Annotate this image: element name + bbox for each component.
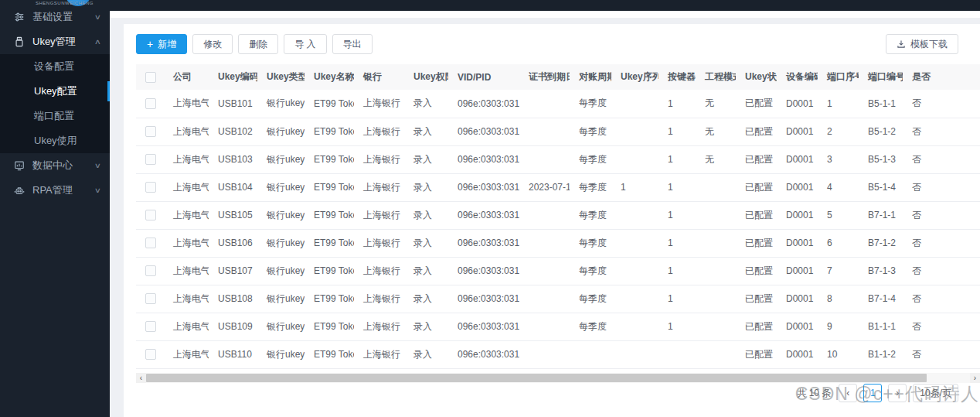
sidebar-item-rpa-management[interactable]: RPA管理 (0, 178, 110, 203)
table-cell: D0001 (777, 229, 818, 257)
scroll-left-arrow-icon[interactable]: ‹ (136, 373, 146, 383)
table-cell: D0001 (777, 90, 818, 118)
table-cell: 096e:0303:0314 (448, 90, 519, 118)
template-download-button[interactable]: 模板下载 (886, 34, 958, 54)
page-size-select[interactable]: 10条/页 (913, 384, 958, 402)
table-cell: 096e:0303:0315 (448, 229, 519, 257)
table-cell: 录入 (404, 285, 448, 313)
column-header: 按键器 (658, 64, 696, 90)
row-checkbox[interactable] (145, 182, 156, 193)
table-cell: 1 (658, 257, 696, 285)
import-button[interactable]: 导 入 (284, 34, 326, 54)
add-button-label: 新增 (158, 35, 176, 53)
table-cell: 096e:0303:0314 (448, 173, 519, 201)
table-cell: 1 (611, 173, 658, 201)
row-checkbox[interactable] (145, 98, 156, 109)
row-checkbox[interactable] (145, 349, 156, 360)
table-row[interactable]: 上海电气USB107银行ukeyET99 Token上海银行录入096e:030… (136, 257, 980, 285)
table-cell: 096e:0303:0314 (448, 145, 519, 173)
import-button-label: 导 入 (294, 35, 315, 53)
sidebar-item-device-config[interactable]: 设备配置 (0, 54, 110, 79)
table-cell: 3 (818, 145, 859, 173)
table-cell (519, 340, 570, 368)
table-cell: 否 (903, 173, 980, 201)
table-cell (696, 285, 736, 313)
table-cell: 每季度 (570, 173, 611, 201)
table-cell (611, 257, 658, 285)
column-header: Ukey名称 (305, 64, 354, 90)
edit-button[interactable]: 修改 (192, 34, 233, 54)
row-checkbox[interactable] (145, 293, 156, 304)
data-center-icon (13, 159, 26, 172)
table-cell: 已配置 (736, 313, 777, 340)
export-button[interactable]: 导出 (332, 34, 373, 54)
scrollbar-thumb[interactable] (146, 374, 927, 382)
sidebar-item-port-config[interactable]: 端口配置 (0, 104, 110, 128)
sidebar-item-data-center[interactable]: 数据中心 (0, 153, 110, 178)
table-cell: 上海电气 (164, 118, 209, 145)
table-cell: 096e:0303:0314 (448, 257, 519, 285)
table-cell: ET99 Token (305, 285, 354, 313)
prev-page-button[interactable]: ‹ (839, 384, 857, 402)
table-row[interactable]: 上海电气USB105银行ukeyET99 Token上海银行录入096e:030… (136, 201, 980, 229)
column-header: 对账周期 (570, 64, 611, 90)
table-cell: B7-1-1 (859, 201, 903, 229)
table-cell (611, 201, 658, 229)
row-checkbox-cell (136, 340, 164, 368)
table-row[interactable]: 上海电气USB109银行ukeyET99 Token上海银行录入096e:030… (136, 313, 980, 340)
submenu-item-label: Ukey使用 (34, 134, 77, 148)
row-checkbox[interactable] (145, 238, 156, 248)
add-button[interactable]: + 新增 (136, 34, 187, 54)
toolbar: + 新增 修改 删除 导 入 导出 模板下载 (136, 34, 958, 54)
table-cell: 上海银行 (354, 257, 404, 285)
delete-button[interactable]: 删除 (238, 34, 278, 54)
table-cell: 录入 (404, 313, 448, 340)
table-cell: 1 (818, 90, 859, 118)
table-cell: USB103 (209, 145, 257, 173)
table-row[interactable]: 上海电气USB101银行ukeyET99 Token上海银行录入096e:030… (136, 90, 980, 118)
horizontal-scrollbar[interactable]: ‹ › (136, 373, 980, 383)
table-cell: 已配置 (736, 340, 777, 368)
table-cell: 无 (696, 90, 736, 118)
row-checkbox[interactable] (145, 154, 156, 165)
table-cell (611, 90, 658, 118)
next-page-button[interactable]: › (888, 384, 907, 402)
column-header: Ukey类型 (257, 64, 305, 90)
select-all-cell (136, 64, 164, 90)
select-all-checkbox[interactable] (145, 72, 156, 83)
table-row[interactable]: 上海电气USB106银行ukeyET99 Token上海银行录入096e:030… (136, 229, 980, 257)
table-row[interactable]: 上海电气USB108银行ukeyET99 Token上海银行录入096e:030… (136, 285, 980, 313)
sidebar-item-basic-settings[interactable]: 基础设置 (0, 5, 110, 29)
table-cell: 已配置 (736, 118, 777, 145)
row-checkbox-cell (136, 90, 164, 118)
table-row[interactable]: 上海电气USB102银行ukeyET99 Token上海银行录入096e:030… (136, 118, 980, 145)
table-cell (519, 229, 570, 257)
sidebar-item-ukey-management[interactable]: Ukey管理 (0, 29, 110, 54)
table-cell: USB107 (209, 257, 257, 285)
sidebar-item-ukey-usage[interactable]: Ukey使用 (0, 128, 110, 153)
row-checkbox[interactable] (145, 321, 156, 332)
table-row[interactable]: 上海电气USB110银行ukeyET99 Token上海银行录入096e:030… (136, 340, 980, 368)
table-row[interactable]: 上海电气USB103银行ukeyET99 Token上海银行录入096e:030… (136, 145, 980, 173)
table-cell (696, 257, 736, 285)
table-cell: 上海银行 (354, 145, 404, 173)
table-cell: 8 (818, 285, 859, 313)
pagination: 共 10 条 ‹ 1 › 10条/页 (797, 384, 958, 402)
row-checkbox[interactable] (145, 265, 156, 276)
table-cell: 096e:0303:0314 (448, 285, 519, 313)
table-cell: 上海电气 (164, 285, 209, 313)
edit-button-label: 修改 (203, 35, 222, 53)
table-cell: 已配置 (736, 285, 777, 313)
scroll-right-arrow-icon[interactable]: › (970, 373, 980, 383)
row-checkbox[interactable] (145, 126, 156, 137)
table-cell: 录入 (404, 229, 448, 257)
sidebar-item-ukey-config[interactable]: Ukey配置 (0, 79, 110, 104)
page-1-button[interactable]: 1 (863, 384, 882, 402)
table-cell (696, 229, 736, 257)
table-cell: ET99 Token (305, 145, 354, 173)
row-checkbox[interactable] (145, 210, 156, 220)
column-header: Ukey编码 (209, 64, 257, 90)
table-row[interactable]: 上海电气USB104银行ukeyET99 Token上海银行录入096e:030… (136, 173, 980, 201)
table-cell: USB102 (209, 118, 257, 145)
table-cell: USB106 (209, 229, 257, 257)
